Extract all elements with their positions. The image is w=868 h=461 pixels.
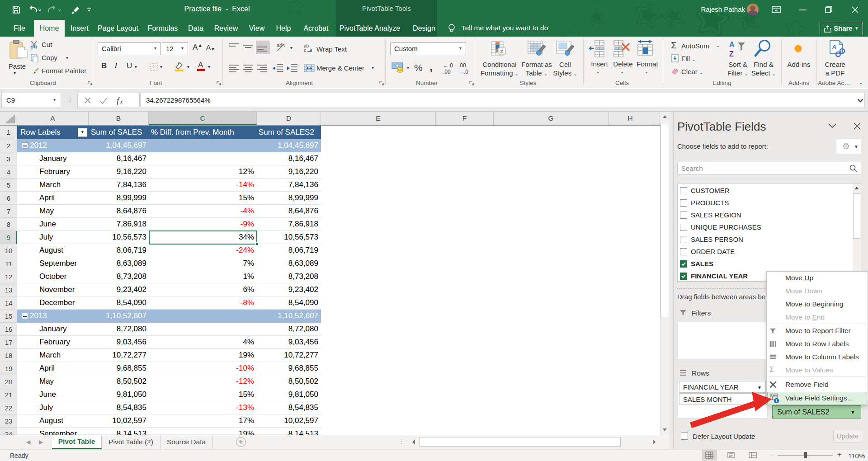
svg-text:f: f: [117, 96, 120, 105]
svg-text:Z: Z: [729, 50, 734, 58]
svg-text:c: c: [304, 48, 306, 53]
svg-text:≠: ≠: [500, 48, 503, 55]
svg-text:A: A: [729, 41, 735, 48]
svg-text:ab: ab: [277, 42, 282, 48]
svg-text:x: x: [120, 98, 123, 105]
svg-text:A: A: [832, 44, 836, 50]
